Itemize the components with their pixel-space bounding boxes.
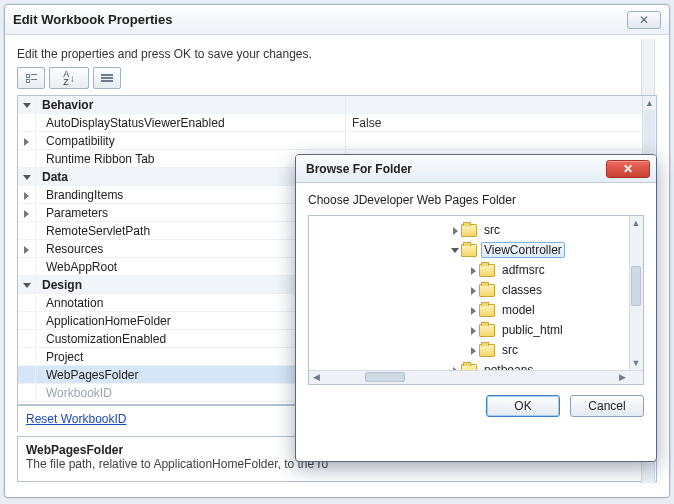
property-name: AutoDisplayStatusViewerEnabled bbox=[36, 114, 346, 131]
tree-scroll-left-icon[interactable]: ◀ bbox=[309, 370, 323, 384]
chevron-right-icon bbox=[24, 138, 29, 146]
tree-scroll-down-icon[interactable]: ▼ bbox=[629, 356, 643, 370]
close-icon: ✕ bbox=[623, 162, 633, 176]
tree-node[interactable]: model bbox=[309, 300, 629, 320]
folder-icon bbox=[461, 224, 477, 237]
tree-expand-toggle[interactable] bbox=[467, 345, 479, 356]
chevron-down-icon bbox=[23, 175, 31, 180]
expand-toggle[interactable] bbox=[18, 168, 36, 185]
dialog-title: Browse For Folder bbox=[306, 162, 606, 176]
dialog-titlebar: Browse For Folder ✕ bbox=[296, 155, 656, 183]
tree-node[interactable]: public_html bbox=[309, 320, 629, 340]
property-value[interactable]: False bbox=[346, 114, 642, 131]
pages-icon bbox=[101, 74, 113, 82]
expand-toggle bbox=[18, 114, 36, 131]
tree-node-label: src bbox=[499, 342, 521, 358]
property-name: Behavior bbox=[36, 96, 346, 113]
chevron-right-icon bbox=[471, 307, 476, 315]
ok-button-label: OK bbox=[514, 399, 531, 413]
chevron-down-icon bbox=[23, 283, 31, 288]
tree-node[interactable]: classes bbox=[309, 280, 629, 300]
main-close-button[interactable]: ✕ bbox=[627, 11, 661, 29]
property-value bbox=[346, 96, 642, 113]
chevron-right-icon bbox=[24, 246, 29, 254]
property-row[interactable]: Compatibility bbox=[18, 132, 642, 150]
dialog-instruction: Choose JDeveloper Web Pages Folder bbox=[308, 193, 644, 207]
main-titlebar: Edit Workbook Properties ✕ bbox=[5, 5, 669, 35]
expand-toggle[interactable] bbox=[18, 96, 36, 113]
property-row[interactable]: AutoDisplayStatusViewerEnabledFalse bbox=[18, 114, 642, 132]
tree-expand-toggle[interactable] bbox=[449, 245, 461, 256]
tree-node[interactable]: src bbox=[309, 340, 629, 360]
tree-expand-toggle[interactable] bbox=[449, 225, 461, 236]
tree-horizontal-scrollbar[interactable] bbox=[309, 370, 643, 384]
categorized-button[interactable] bbox=[17, 67, 45, 89]
property-value[interactable] bbox=[346, 132, 642, 149]
expand-toggle bbox=[18, 312, 36, 329]
dialog-body: Choose JDeveloper Web Pages Folder srcVi… bbox=[296, 183, 656, 425]
tree-vscroll-thumb[interactable] bbox=[631, 266, 641, 306]
expand-toggle bbox=[18, 384, 36, 401]
dialog-close-button[interactable]: ✕ bbox=[606, 160, 650, 178]
chevron-right-icon bbox=[453, 227, 458, 235]
tree-expand-toggle[interactable] bbox=[467, 325, 479, 336]
property-pages-button[interactable] bbox=[93, 67, 121, 89]
chevron-right-icon bbox=[24, 192, 29, 200]
chevron-right-icon bbox=[471, 267, 476, 275]
tree-hscroll-thumb[interactable] bbox=[365, 372, 405, 382]
chevron-down-icon bbox=[451, 248, 459, 253]
main-instruction: Edit the properties and press OK to save… bbox=[17, 47, 657, 61]
tree-scroll-right-icon[interactable]: ▶ bbox=[615, 370, 629, 384]
expand-toggle[interactable] bbox=[18, 204, 36, 221]
tree-node[interactable]: adfmsrc bbox=[309, 260, 629, 280]
tree-node-label: adfmsrc bbox=[499, 262, 548, 278]
dialog-button-row: OK Cancel bbox=[308, 385, 644, 417]
expand-toggle[interactable] bbox=[18, 186, 36, 203]
expand-toggle[interactable] bbox=[18, 276, 36, 293]
tree-node-label: ViewController bbox=[481, 242, 565, 258]
folder-icon bbox=[461, 244, 477, 257]
property-name: Compatibility bbox=[36, 132, 346, 149]
categorized-icon bbox=[26, 74, 37, 83]
tree-node-label: model bbox=[499, 302, 538, 318]
tree-node[interactable]: src bbox=[309, 220, 629, 240]
folder-icon bbox=[479, 324, 495, 337]
close-icon: ✕ bbox=[639, 13, 649, 27]
expand-toggle bbox=[18, 348, 36, 365]
alphabetical-sort-button[interactable]: AZ↓ bbox=[49, 67, 89, 89]
folder-tree: srcViewControlleradfmsrcclassesmodelpubl… bbox=[308, 215, 644, 385]
expand-toggle bbox=[18, 366, 36, 383]
chevron-right-icon bbox=[471, 327, 476, 335]
tree-node-label: classes bbox=[499, 282, 545, 298]
ok-button[interactable]: OK bbox=[486, 395, 560, 417]
expand-toggle bbox=[18, 294, 36, 311]
cancel-button[interactable]: Cancel bbox=[570, 395, 644, 417]
expand-toggle[interactable] bbox=[18, 132, 36, 149]
browse-for-folder-dialog: Browse For Folder ✕ Choose JDeveloper We… bbox=[295, 154, 657, 462]
expand-toggle[interactable] bbox=[18, 240, 36, 257]
tree-expand-toggle[interactable] bbox=[467, 305, 479, 316]
chevron-right-icon bbox=[24, 210, 29, 218]
folder-icon bbox=[479, 344, 495, 357]
scroll-up-icon[interactable]: ▲ bbox=[643, 96, 656, 110]
chevron-right-icon bbox=[471, 347, 476, 355]
tree-expand-toggle[interactable] bbox=[467, 285, 479, 296]
tree-node[interactable]: ViewController bbox=[309, 240, 629, 260]
expand-toggle bbox=[18, 222, 36, 239]
reset-workbook-id-link[interactable]: Reset WorkbookID bbox=[26, 412, 126, 426]
expand-toggle bbox=[18, 258, 36, 275]
cancel-button-label: Cancel bbox=[588, 399, 625, 413]
tree-node-label: public_html bbox=[499, 322, 566, 338]
property-category-row[interactable]: Behavior bbox=[18, 96, 642, 114]
expand-toggle bbox=[18, 330, 36, 347]
folder-icon bbox=[479, 264, 495, 277]
chevron-down-icon bbox=[23, 103, 31, 108]
folder-icon bbox=[479, 284, 495, 297]
property-toolbar: AZ↓ bbox=[17, 67, 657, 89]
main-title: Edit Workbook Properties bbox=[13, 12, 627, 27]
tree-scroll-up-icon[interactable]: ▲ bbox=[629, 216, 643, 230]
tree-expand-toggle[interactable] bbox=[467, 265, 479, 276]
tree-node-label: src bbox=[481, 222, 503, 238]
expand-toggle bbox=[18, 150, 36, 167]
chevron-right-icon bbox=[471, 287, 476, 295]
